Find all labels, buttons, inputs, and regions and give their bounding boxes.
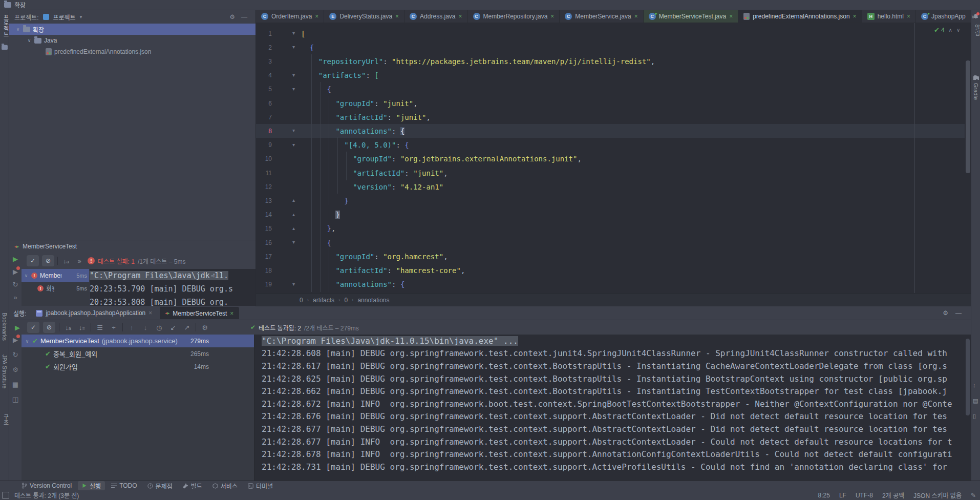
tab-close-icon[interactable]: × [458,13,462,19]
show-ignored-button[interactable]: ⊘ [42,255,54,266]
line-number[interactable]: 8 [256,128,272,135]
tool-window-switcher-icon[interactable] [2,492,9,499]
run-hide-icon[interactable]: — [955,309,962,317]
toggle-auto-test-icon[interactable]: ↻ [13,281,18,288]
run-show-passed-button[interactable]: ✓ [27,322,39,333]
export-tests-icon[interactable]: ↗ [182,324,192,331]
expand-all-icon[interactable]: ☰ [95,324,105,331]
tab-close-icon[interactable]: × [148,310,152,316]
line-number[interactable]: 1 [256,30,272,37]
status-widget[interactable]: 8:25 [818,492,830,499]
tab-close-icon[interactable]: × [230,310,233,317]
line-number[interactable]: 9 [256,141,272,149]
tool-stripe-tab-gradle[interactable]: Gradle [973,83,979,100]
line-number[interactable]: 7 [256,114,272,121]
run-rerun-failed-tests-icon[interactable]: ▶ [13,337,18,343]
tool-window-button-terminal[interactable]: 터미널 [244,481,277,490]
run-pin-icon[interactable]: ◫ [12,396,18,403]
status-widget[interactable]: 2개 공백 [882,491,904,499]
project-hide-icon[interactable]: — [241,13,247,20]
readonly-lock-icon[interactable]: ✎ [971,492,976,499]
test-history-clock-icon[interactable]: ◷ [154,324,164,331]
run-auto-test-icon[interactable]: ↻ [13,351,18,358]
status-widget[interactable]: UTF-8 [856,492,873,499]
commit-icon[interactable] [1,43,8,52]
hidden-tabs-chevron-icon[interactable]: ∨ [971,14,975,19]
breadcrumb-item[interactable]: annotations [357,297,389,304]
tab-close-icon[interactable]: × [315,13,318,19]
editor-tab[interactable]: Hhello.html× [862,10,916,23]
tab-close-icon[interactable]: × [550,13,554,19]
tab-close-icon[interactable]: × [729,13,733,19]
run-console[interactable]: "C:\Program Files\Java\jdk-11.0.15\bin\j… [254,335,971,481]
rerun-run-icon[interactable]: ▶ [11,324,24,331]
line-number[interactable]: 13 [256,197,272,204]
project-tree-item[interactable]: predefinedExternalAnnotations.json [9,46,255,57]
tool-window-button-play[interactable]: 실행 [78,481,105,490]
console-scroll-icon[interactable]: ↕ [973,382,976,388]
tab-close-icon[interactable]: × [395,13,399,19]
tab-close-icon[interactable]: × [907,13,910,19]
project-tree-item[interactable]: ∨확장 [9,24,255,35]
show-passed-button[interactable]: ✓ [27,255,39,266]
editor-tab[interactable]: COrderItem.java× [256,10,324,23]
fold-up-icon[interactable]: ▴ [292,212,295,217]
tool-window-button-todo[interactable]: TODO [107,481,141,490]
editor-tab[interactable]: predefinedExternalAnnotations.json× [738,10,862,23]
line-number[interactable]: 10 [256,155,272,162]
fold-down-icon[interactable]: ▾ [292,128,295,133]
collapse-all-icon[interactable]: ÷ [109,324,119,331]
run-settings-gear-icon[interactable]: ⚙ [943,309,948,317]
fold-up-icon[interactable]: ▴ [292,197,295,203]
line-number[interactable]: 5 [256,86,272,93]
project-view-selector[interactable]: 프로젝트 [53,13,76,22]
fold-up-icon[interactable]: ▴ [292,225,295,231]
tool-window-button-branch[interactable]: Version Control [17,481,76,490]
run-coverage-icon[interactable]: ▦ [12,381,18,388]
line-number[interactable]: 12 [256,183,272,191]
run-tree-row[interactable]: ✔중복_회원_예외265ms [22,347,254,360]
scroll-up-icon[interactable]: ↑ [212,271,216,279]
run-options-gear-icon[interactable]: ⚙ [200,324,210,331]
chevron-down-icon[interactable]: ∨ [25,339,30,344]
chevron-down-icon[interactable]: ▾ [80,14,82,19]
tool-stripe-tab-project[interactable]: 프로젝트 [2,14,10,37]
line-number[interactable]: 6 [256,100,272,107]
sort-alphabetically-icon[interactable]: ↓a [61,257,71,265]
run-sort-alphabetically-icon[interactable]: ↓a [63,324,73,331]
editor[interactable]: 1▾[2▾ {3 "repositoryUrl": "https://packa… [256,23,971,293]
editor-tab[interactable]: CMemberService.java× [560,10,643,23]
editor-tab[interactable]: CAddress.java× [404,10,467,23]
editor-tab[interactable]: C▸MemberServiceTest.java× [644,10,738,23]
rerun-failed-tests-icon[interactable]: ▶ [13,268,18,275]
import-tests-icon[interactable]: ↙ [168,324,178,331]
run-show-ignored-button[interactable]: ⊘ [43,322,55,333]
gradle-elephant-icon[interactable] [972,75,979,81]
more-actions-icon[interactable]: » [74,257,84,265]
tab-close-icon[interactable]: × [853,13,857,19]
breadcrumb-item[interactable]: artifacts [313,297,334,304]
chevron-down-icon[interactable]: ∨ [15,27,20,32]
fold-down-icon[interactable]: ▾ [292,86,295,92]
fold-down-icon[interactable]: ▾ [292,142,295,148]
fold-down-icon[interactable]: ▾ [292,30,295,36]
run-sort-by-duration-icon[interactable]: ↓≡ [77,324,87,331]
line-number[interactable]: 17 [256,253,272,260]
test-panel-header[interactable]: ◂▸ MemberServiceTest [9,240,255,253]
chevron-down-icon[interactable]: ∨ [24,273,29,278]
tool-window-button-services[interactable]: 서비스 [208,481,242,490]
status-widget[interactable]: LF [839,492,846,499]
fold-down-icon[interactable]: ▾ [292,281,295,287]
tool-stripe-tab-notifications[interactable]: 알림 [973,25,980,36]
line-number[interactable]: 16 [256,239,272,246]
run-tab[interactable]: jpabook.jpashop.JpashopApplication× [31,307,157,319]
fold-down-icon[interactable]: ▾ [292,72,295,78]
inspections-widget[interactable]: ✔4 ∧ ∨ [934,25,960,34]
tool-window-button-build[interactable]: 빌드 [179,481,206,490]
run-test-settings-icon[interactable]: ⚙ [12,366,18,373]
line-number[interactable]: 19 [256,281,272,288]
tool-stripe-tab-structure[interactable]: 구조 [2,414,10,425]
editor-scrollbar[interactable] [966,60,970,173]
console-clear-icon[interactable]: ▯ [973,413,976,420]
test-console[interactable]: "C:\Program Files\Java\jdk-11.20:23:53.7… [90,269,255,306]
